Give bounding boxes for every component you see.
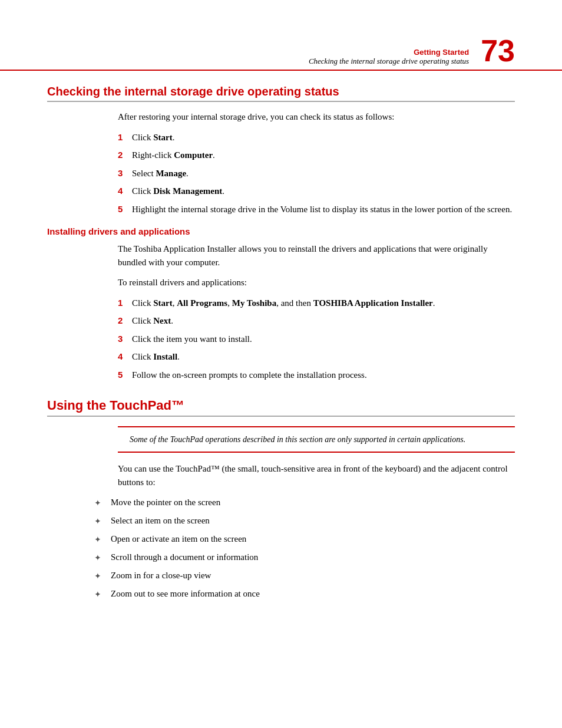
section1-steps: 1 Click Start. 2 Right-click Computer. 3… [47, 131, 515, 216]
step-number: 1 [118, 131, 132, 144]
page-header: Getting Started Checking the internal st… [0, 0, 562, 71]
section1-heading: Checking the internal storage drive oper… [47, 85, 515, 98]
step-text: Right-click Computer. [132, 149, 215, 162]
table-row: 3 Click the item you want to install. [118, 332, 515, 346]
bullet-diamond-icon: ✦ [94, 587, 111, 601]
note-box: Some of the TouchPad operations describe… [118, 426, 515, 453]
bullet-diamond-icon: ✦ [94, 532, 111, 546]
table-row: 1 Click Start, All Programs, My Toshiba,… [118, 297, 515, 310]
step-text: Click the item you want to install. [132, 332, 252, 346]
list-item: ✦ Scroll through a document or informati… [94, 551, 515, 564]
section3-intro: You can use the TouchPad™ (the small, to… [47, 462, 515, 489]
step-text: Highlight the internal storage drive in … [132, 203, 512, 216]
table-row: 2 Right-click Computer. [118, 149, 515, 162]
step-text: Click Start, All Programs, My Toshiba, a… [132, 297, 435, 310]
table-row: 5 Follow the on-screen prompts to comple… [118, 368, 515, 382]
step-number: 5 [118, 203, 132, 216]
list-item: ✦ Open or activate an item on the screen [94, 532, 515, 546]
step-text: Click Disk Management. [132, 185, 224, 198]
section2-heading: Installing drivers and applications [47, 226, 515, 236]
step-text: Select Manage. [132, 167, 189, 180]
bullet-text: Zoom out to see more information at once [111, 587, 260, 601]
section2-steps: 1 Click Start, All Programs, My Toshiba,… [47, 297, 515, 382]
header-section-subtitle: Checking the internal storage drive oper… [47, 57, 469, 66]
step-number: 4 [118, 185, 132, 198]
bullet-diamond-icon: ✦ [94, 514, 111, 528]
page-number: 73 [475, 35, 515, 66]
step-number: 1 [118, 297, 132, 310]
section-installing-drivers: Installing drivers and applications The … [47, 226, 515, 381]
bullet-text: Select an item on the screen [111, 514, 210, 528]
step-number: 2 [118, 149, 132, 162]
header-chapter-title: Getting Started [47, 48, 469, 57]
section1-divider [47, 101, 515, 102]
section-checking-storage: Checking the internal storage drive oper… [47, 85, 515, 216]
list-item: ✦ Select an item on the screen [94, 514, 515, 528]
step-text: Click Start. [132, 131, 175, 144]
header-text-block: Getting Started Checking the internal st… [47, 48, 475, 66]
bullet-text: Open or activate an item on the screen [111, 532, 246, 546]
bullet-diamond-icon: ✦ [94, 496, 111, 509]
table-row: 3 Select Manage. [118, 167, 515, 180]
main-content: Checking the internal storage drive oper… [0, 71, 562, 630]
bullet-diamond-icon: ✦ [94, 569, 111, 582]
section3-divider [47, 416, 515, 417]
section3-heading: Using the TouchPad™ [47, 398, 515, 413]
table-row: 4 Click Install. [118, 350, 515, 364]
step-text: Click Next. [132, 314, 173, 328]
page: Getting Started Checking the internal st… [0, 0, 562, 728]
step-text: Click Install. [132, 350, 180, 364]
bullet-diamond-icon: ✦ [94, 551, 111, 564]
table-row: 4 Click Disk Management. [118, 185, 515, 198]
touchpad-bullet-list: ✦ Move the pointer on the screen ✦ Selec… [47, 496, 515, 601]
table-row: 1 Click Start. [118, 131, 515, 144]
step-number: 2 [118, 314, 132, 328]
step-text: Follow the on-screen prompts to complete… [132, 368, 367, 382]
table-row: 5 Highlight the internal storage drive i… [118, 203, 515, 216]
table-row: 2 Click Next. [118, 314, 515, 328]
section2-para2: To reinstall drivers and applications: [47, 276, 515, 289]
bullet-text: Scroll through a document or information [111, 551, 258, 564]
list-item: ✦ Zoom in for a close-up view [94, 569, 515, 582]
step-number: 4 [118, 350, 132, 364]
step-number: 5 [118, 368, 132, 382]
section1-intro: After restoring your internal storage dr… [47, 110, 515, 124]
bullet-text: Move the pointer on the screen [111, 496, 220, 509]
section2-para1: The Toshiba Application Installer allows… [47, 242, 515, 269]
list-item: ✦ Move the pointer on the screen [94, 496, 515, 509]
step-number: 3 [118, 167, 132, 180]
list-item: ✦ Zoom out to see more information at on… [94, 587, 515, 601]
step-number: 3 [118, 332, 132, 346]
bullet-text: Zoom in for a close-up view [111, 569, 211, 582]
section-touchpad: Using the TouchPad™ Some of the TouchPad… [47, 398, 515, 601]
